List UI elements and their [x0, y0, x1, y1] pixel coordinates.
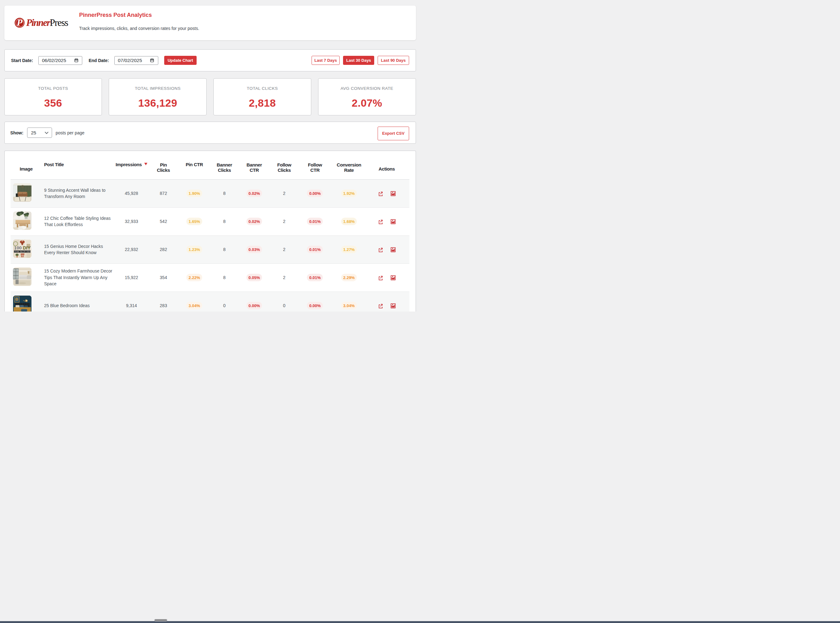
svg-text:100: 100 — [14, 246, 22, 250]
svg-text:HOME DECOR IDEAS: HOME DECOR IDEAS — [15, 251, 31, 252]
svg-text:DIY: DIY — [23, 246, 31, 250]
